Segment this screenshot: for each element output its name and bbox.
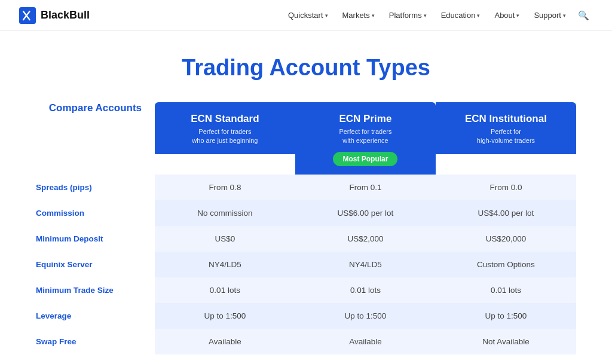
cell-r1-c2: US$4.00 per lot bbox=[436, 200, 576, 226]
cell-r3-c2: Custom Options bbox=[436, 252, 576, 277]
page-title: Trading Account Types bbox=[36, 55, 576, 81]
table-row: Swap FreeAvailableAvailableNot Available bbox=[36, 329, 576, 354]
cell-r6-c0: Available bbox=[155, 329, 295, 354]
button-cell-2: Open Institutional bbox=[436, 354, 576, 364]
account-institutional-sub: Perfect forhigh-volume traders bbox=[443, 127, 569, 146]
table-header-row: Compare Accounts ECN Standard Perfect fo… bbox=[36, 102, 576, 175]
row-label-4: Minimum Trade Size bbox=[36, 277, 155, 303]
cell-r0-c1: From 0.1 bbox=[295, 175, 436, 200]
compare-accounts-label: Compare Accounts bbox=[36, 102, 155, 175]
cell-r4-c0: 0.01 lots bbox=[155, 277, 295, 303]
brand-name: BlackBull bbox=[41, 9, 90, 22]
nav-platforms[interactable]: Platforms ▾ bbox=[383, 7, 433, 23]
cell-r5-c2: Up to 1:500 bbox=[436, 303, 576, 329]
table-row: CommissionNo commissionUS$6.00 per lotUS… bbox=[36, 200, 576, 226]
nav-quickstart-chevron: ▾ bbox=[325, 13, 328, 19]
most-popular-badge: Most Popular bbox=[333, 152, 397, 166]
nav-platforms-chevron: ▾ bbox=[424, 13, 427, 19]
cell-r5-c1: Up to 1:500 bbox=[295, 303, 436, 329]
cell-r4-c1: 0.01 lots bbox=[295, 277, 436, 303]
account-standard-sub: Perfect for traderswho are just beginnin… bbox=[162, 127, 288, 146]
nav-markets-chevron: ▾ bbox=[372, 13, 375, 19]
table-row: Equinix ServerNY4/LD5NY4/LD5Custom Optio… bbox=[36, 252, 576, 277]
account-standard-header: ECN Standard Perfect for traderswho are … bbox=[155, 102, 295, 175]
cell-r2-c1: US$2,000 bbox=[295, 226, 436, 252]
account-institutional-header: ECN Institutional Perfect forhigh-volume… bbox=[436, 102, 576, 175]
nav-about-label: About bbox=[494, 11, 515, 20]
search-button[interactable]: 🔍 bbox=[574, 7, 593, 25]
cell-r1-c0: No commission bbox=[155, 200, 295, 226]
row-label-5: Leverage bbox=[36, 303, 155, 329]
cell-r3-c0: NY4/LD5 bbox=[155, 252, 295, 277]
brand-logo[interactable]: BlackBull bbox=[19, 7, 90, 24]
nav-platforms-label: Platforms bbox=[389, 11, 422, 20]
nav-quickstart-label: Quickstart bbox=[288, 11, 323, 20]
nav-support-label: Support bbox=[534, 11, 561, 20]
cell-r0-c0: From 0.8 bbox=[155, 175, 295, 200]
main-content: Trading Account Types Compare Accounts E… bbox=[0, 31, 612, 364]
account-prime-box: ECN Prime Perfect for traderswith experi… bbox=[295, 102, 436, 175]
nav-markets-label: Markets bbox=[342, 11, 370, 20]
nav-support[interactable]: Support ▾ bbox=[528, 7, 572, 23]
button-row-empty bbox=[36, 354, 155, 364]
cell-r3-c1: NY4/LD5 bbox=[295, 252, 436, 277]
account-prime-name: ECN Prime bbox=[302, 113, 429, 125]
cell-r1-c1: US$6.00 per lot bbox=[295, 200, 436, 226]
cell-r6-c2: Not Available bbox=[436, 329, 576, 354]
row-label-6: Swap Free bbox=[36, 329, 155, 354]
account-standard-box: ECN Standard Perfect for traderswho are … bbox=[155, 102, 295, 154]
cell-r4-c2: 0.01 lots bbox=[436, 277, 576, 303]
logo-icon bbox=[19, 7, 36, 24]
table-row: Minimum Trade Size0.01 lots0.01 lots0.01… bbox=[36, 277, 576, 303]
navbar: BlackBull Quickstart ▾ Markets ▾ Platfor… bbox=[0, 0, 612, 31]
cell-r2-c2: US$20,000 bbox=[436, 226, 576, 252]
account-institutional-name: ECN Institutional bbox=[443, 113, 569, 125]
nav-education-chevron: ▾ bbox=[477, 13, 480, 19]
cell-r2-c0: US$0 bbox=[155, 226, 295, 252]
row-label-1: Commission bbox=[36, 200, 155, 226]
button-row: Open StandardOpen PrimeOpen Institutiona… bbox=[36, 354, 576, 364]
cell-r5-c0: Up to 1:500 bbox=[155, 303, 295, 329]
nav-about[interactable]: About ▾ bbox=[488, 7, 525, 23]
table-row: Minimum DepositUS$0US$2,000US$20,000 bbox=[36, 226, 576, 252]
account-prime-sub: Perfect for traderswith experience bbox=[302, 127, 429, 146]
nav-about-chevron: ▾ bbox=[516, 13, 519, 19]
nav-education-label: Education bbox=[441, 11, 476, 20]
row-label-2: Minimum Deposit bbox=[36, 226, 155, 252]
account-prime-header: ECN Prime Perfect for traderswith experi… bbox=[295, 102, 436, 175]
table-row: LeverageUp to 1:500Up to 1:500Up to 1:50… bbox=[36, 303, 576, 329]
button-cell-0: Open Standard bbox=[155, 354, 295, 364]
row-label-0: Spreads (pips) bbox=[36, 175, 155, 200]
nav-quickstart[interactable]: Quickstart ▾ bbox=[282, 7, 334, 23]
account-standard-name: ECN Standard bbox=[162, 113, 288, 125]
nav-markets[interactable]: Markets ▾ bbox=[336, 7, 381, 23]
row-label-3: Equinix Server bbox=[36, 252, 155, 277]
nav-education[interactable]: Education ▾ bbox=[435, 7, 486, 23]
cell-r0-c2: From 0.0 bbox=[436, 175, 576, 200]
compare-table: Compare Accounts ECN Standard Perfect fo… bbox=[36, 102, 576, 364]
nav-links: Quickstart ▾ Markets ▾ Platforms ▾ Educa… bbox=[282, 7, 593, 25]
account-institutional-box: ECN Institutional Perfect forhigh-volume… bbox=[436, 102, 576, 154]
table-row: Spreads (pips)From 0.8From 0.1From 0.0 bbox=[36, 175, 576, 200]
svg-rect-0 bbox=[19, 7, 36, 24]
nav-support-chevron: ▾ bbox=[563, 13, 566, 19]
button-cell-1: Open Prime bbox=[295, 354, 436, 364]
cell-r6-c1: Available bbox=[295, 329, 436, 354]
